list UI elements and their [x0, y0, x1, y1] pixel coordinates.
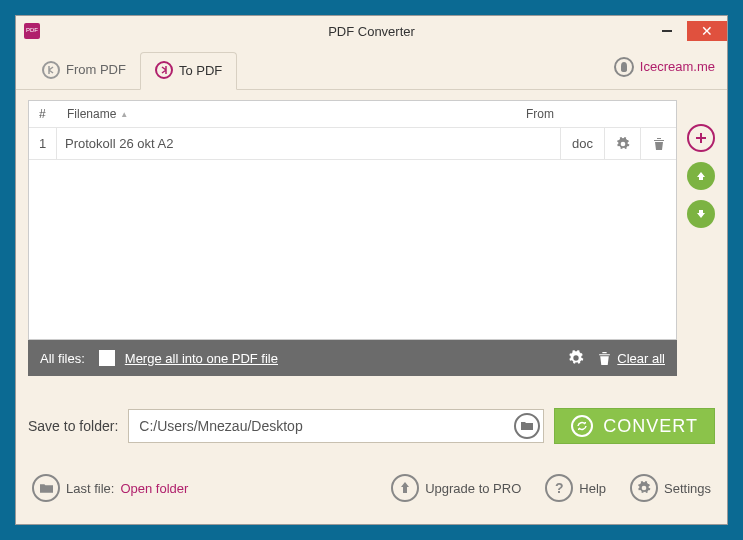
plus-icon	[694, 131, 708, 145]
from-pdf-icon	[42, 61, 60, 79]
row-number: 1	[29, 128, 57, 159]
table-header: # Filename ▲ From	[29, 101, 676, 128]
row-filename: Protokoll 26 okt A2	[57, 136, 560, 151]
move-down-button[interactable]	[687, 200, 715, 228]
arrow-up-icon	[695, 170, 707, 182]
convert-label: CONVERT	[603, 416, 698, 437]
sort-asc-icon: ▲	[120, 110, 128, 119]
file-table: # Filename ▲ From 1 Protokoll 26 okt A2 …	[28, 100, 677, 340]
titlebar: PDF Converter ✕	[16, 16, 727, 46]
row-settings-button[interactable]	[604, 128, 640, 159]
side-buttons	[687, 100, 715, 340]
open-folder-link[interactable]: Open folder	[120, 481, 188, 496]
folder-icon	[521, 421, 533, 431]
close-button[interactable]: ✕	[687, 21, 727, 41]
upgrade-label: Upgrade to PRO	[425, 481, 521, 496]
footer: Last file: Open folder Upgrade to PRO ? …	[16, 456, 727, 512]
clear-all-label: Clear all	[617, 351, 665, 366]
action-bar: All files: Merge all into one PDF file C…	[28, 340, 677, 376]
col-filename[interactable]: Filename ▲	[67, 107, 526, 121]
tab-from-label: From PDF	[66, 62, 126, 77]
merge-label[interactable]: Merge all into one PDF file	[125, 351, 278, 366]
table-row[interactable]: 1 Protokoll 26 okt A2 doc	[29, 128, 676, 160]
trash-icon	[653, 137, 665, 151]
tab-to-pdf[interactable]: To PDF	[140, 52, 237, 90]
app-icon	[24, 23, 40, 39]
brand-label: Icecream.me	[640, 59, 715, 74]
to-pdf-icon	[155, 61, 173, 79]
app-window: PDF Converter ✕ From PDF To PDF Icecream…	[15, 15, 728, 525]
brand-link[interactable]: Icecream.me	[614, 57, 715, 85]
merge-checkbox[interactable]	[99, 350, 115, 366]
col-number[interactable]: #	[39, 107, 67, 121]
last-file-folder-button[interactable]	[32, 474, 60, 502]
settings-label: Settings	[664, 481, 711, 496]
batch-settings-button[interactable]	[568, 350, 584, 366]
clear-all-button[interactable]: Clear all	[598, 351, 665, 366]
icecream-icon	[614, 57, 634, 77]
window-title: PDF Converter	[328, 24, 415, 39]
save-path-input[interactable]	[128, 409, 544, 443]
row-from: doc	[560, 128, 604, 159]
gear-icon	[630, 474, 658, 502]
row-delete-button[interactable]	[640, 128, 676, 159]
move-up-button[interactable]	[687, 162, 715, 190]
refresh-icon	[571, 415, 593, 437]
tab-to-label: To PDF	[179, 63, 222, 78]
save-label: Save to folder:	[28, 418, 118, 434]
tab-from-pdf[interactable]: From PDF	[28, 53, 140, 89]
upgrade-icon	[391, 474, 419, 502]
help-button[interactable]: ? Help	[545, 474, 606, 502]
save-row: Save to folder: CONVERT	[16, 382, 727, 456]
arrow-down-icon	[695, 208, 707, 220]
trash-icon	[598, 351, 611, 366]
convert-button[interactable]: CONVERT	[554, 408, 715, 444]
help-label: Help	[579, 481, 606, 496]
col-from[interactable]: From	[526, 107, 666, 121]
settings-button[interactable]: Settings	[630, 474, 711, 502]
upgrade-button[interactable]: Upgrade to PRO	[391, 474, 521, 502]
last-file-label: Last file:	[66, 481, 114, 496]
help-icon: ?	[545, 474, 573, 502]
gear-icon	[568, 350, 584, 366]
add-file-button[interactable]	[687, 124, 715, 152]
all-files-label: All files:	[40, 351, 85, 366]
gear-icon	[616, 137, 630, 151]
minimize-button[interactable]	[647, 21, 687, 41]
tab-bar: From PDF To PDF Icecream.me	[16, 46, 727, 90]
folder-icon	[40, 483, 53, 494]
